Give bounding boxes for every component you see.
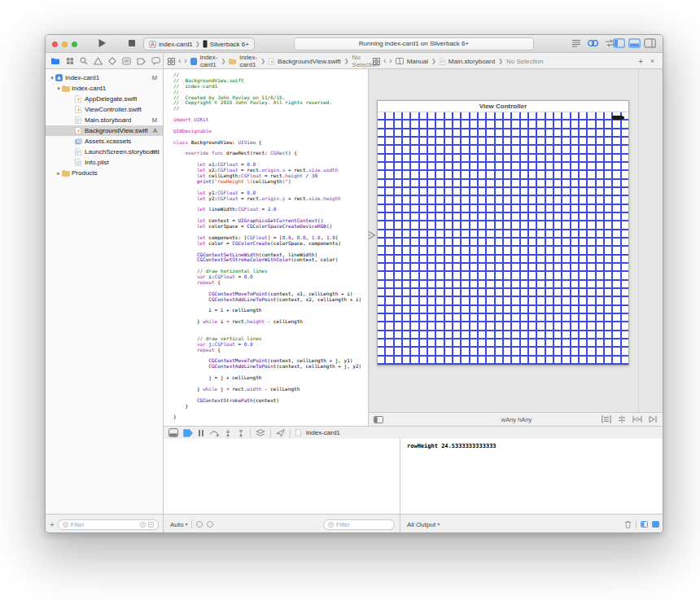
navigator-file-row[interactable]: Assets.xcassets	[46, 136, 163, 147]
file-status-badge: A	[153, 127, 157, 134]
project-navigator-icon[interactable]	[50, 57, 60, 65]
grid-view[interactable]	[378, 112, 628, 365]
jumpbar-item[interactable]: Main.storyboard	[448, 58, 495, 65]
navigator-file-row[interactable]: BackgroundView.swiftA	[46, 125, 163, 136]
disclosure-open-icon[interactable]: ▾	[49, 75, 55, 81]
file-status-badge: M	[152, 74, 157, 81]
resolve-icon[interactable]	[648, 415, 658, 423]
ib-scrollbar[interactable]	[638, 69, 639, 412]
pin-icon[interactable]	[632, 415, 642, 423]
view-controller-title: View Controller	[479, 103, 527, 110]
hide-debug-icon[interactable]	[168, 428, 178, 437]
navigator-file-row[interactable]: LaunchScreen.storyboardM	[46, 147, 163, 157]
add-assistant-button[interactable]: +	[638, 57, 643, 66]
disclosure-open-icon[interactable]: ▾	[55, 85, 62, 92]
file-status-badge: M	[152, 116, 157, 124]
scm-filter-icon[interactable]	[148, 522, 154, 528]
step-into-icon[interactable]	[224, 429, 232, 437]
navigator-file-row[interactable]: Main.storyboardM	[46, 115, 163, 125]
jumpbar-item[interactable]: index-card1	[239, 54, 257, 68]
align-icon[interactable]	[617, 415, 627, 423]
file-label: AppDelegate.swift	[85, 95, 137, 103]
add-file-button[interactable]: +	[50, 520, 55, 529]
jumpbar-item[interactable]: BackgroundView.swift	[278, 58, 341, 65]
run-button[interactable]	[98, 38, 107, 48]
stop-button[interactable]	[128, 38, 136, 48]
show-summaries-icon[interactable]	[196, 521, 203, 528]
location-icon[interactable]	[276, 429, 285, 437]
issue-navigator-icon[interactable]	[94, 57, 103, 65]
test-navigator-icon[interactable]	[108, 57, 116, 65]
report-navigator-icon[interactable]	[151, 57, 160, 65]
assistant-mode-icon	[396, 58, 404, 64]
breakpoint-navigator-icon[interactable]	[137, 58, 146, 65]
step-out-icon[interactable]	[237, 429, 245, 437]
variables-scope-popup[interactable]: Auto ▾	[170, 521, 187, 528]
zoom-icon[interactable]	[72, 42, 77, 47]
code-line: // Copyright © 2015 John Pavley. All rig…	[173, 100, 368, 106]
console-toggle-icon[interactable]	[652, 521, 659, 528]
info-icon[interactable]	[207, 521, 213, 528]
filter-placeholder: Filter	[71, 521, 138, 528]
navigator-file-row[interactable]: ▸Products	[46, 168, 163, 178]
back-button[interactable]: ‹	[178, 57, 181, 65]
navigator-panel-toggle[interactable]	[613, 38, 625, 48]
navigator-file-row[interactable]: AppDelegate.swift	[46, 94, 163, 104]
debug-panel-toggle[interactable]	[628, 38, 641, 48]
forward-button[interactable]: ›	[389, 57, 392, 65]
chevron-right-icon: ❯	[344, 58, 349, 64]
stack-icon[interactable]	[602, 415, 611, 423]
forward-button[interactable]: ›	[184, 57, 186, 65]
back-button[interactable]: ‹	[383, 57, 386, 65]
variables-bottom-bar: Auto ▾ Filter	[164, 514, 400, 533]
utilities-panel-toggle[interactable]	[644, 38, 656, 48]
trash-icon[interactable]	[624, 520, 632, 528]
variables-toggle-icon[interactable]	[641, 521, 648, 528]
variables-view[interactable]	[164, 439, 400, 514]
navigator-file-row[interactable]: Info.plist	[46, 157, 163, 168]
navigator-file-row[interactable]: ▾Index-card1	[46, 83, 163, 94]
minimize-icon[interactable]	[62, 42, 68, 47]
console-scope-popup[interactable]: All Output ▾	[407, 521, 440, 528]
pause-icon[interactable]	[198, 429, 204, 437]
chevron-right-icon: ❯	[431, 58, 436, 64]
assistant-editor-button[interactable]	[587, 38, 599, 48]
view-controller-scene[interactable]: View Controller	[377, 100, 629, 366]
debug-target-label[interactable]: index-card1	[306, 429, 340, 436]
jumpbar-item[interactable]: index-card1	[200, 54, 218, 68]
related-items-icon[interactable]	[168, 58, 175, 65]
console-view[interactable]: rowHeight 24.5333333333333	[400, 439, 663, 514]
source-editor[interactable]: //// BackgroundView.swift// index-card1/…	[164, 69, 369, 426]
code-line: } while i < rect.height - cellLength	[173, 319, 368, 325]
close-assistant-button[interactable]: ×	[650, 57, 654, 65]
chevron-right-icon: ❯	[195, 41, 200, 47]
close-icon[interactable]	[52, 42, 58, 47]
jumpbar-item[interactable]: Manual	[407, 58, 428, 65]
navigator-file-row[interactable]: ViewController.swift	[46, 104, 163, 115]
related-items-icon[interactable]	[373, 58, 380, 65]
device-name: Silverback 6+	[210, 41, 249, 48]
standard-editor-button[interactable]	[571, 38, 582, 48]
jumpbar-item[interactable]: No Selection	[506, 58, 543, 65]
filter-icon	[63, 522, 68, 528]
code-line: let colorSpace = CGColorSpaceCreateDevic…	[173, 224, 368, 230]
navigator-file-row[interactable]: ▾Index-card1M	[46, 72, 163, 83]
clock-icon[interactable]	[140, 522, 146, 528]
search-navigator-icon[interactable]	[80, 57, 88, 65]
initial-vc-arrow-icon[interactable]	[369, 229, 378, 242]
debug-navigator-icon[interactable]	[122, 57, 131, 65]
variables-filter-field[interactable]: Filter	[323, 519, 395, 530]
scheme-name: index-card1	[159, 41, 193, 48]
chevron-down-icon: ▾	[437, 523, 440, 527]
view-hierarchy-icon[interactable]	[256, 429, 265, 437]
file-label: Products	[72, 169, 98, 177]
scheme-selector[interactable]: index-card1 ❯ Silverback 6+	[143, 37, 255, 50]
breakpoints-toggle-icon[interactable]	[183, 429, 193, 437]
view-controller-titlebar[interactable]: View Controller	[378, 101, 628, 112]
storyboard-canvas[interactable]: View Controller	[369, 69, 663, 412]
file-label: Assets.xcassets	[85, 138, 131, 145]
navigator-filter-field[interactable]: Filter	[58, 519, 159, 530]
symbol-navigator-icon[interactable]	[66, 57, 74, 65]
disclosure-closed-icon[interactable]: ▸	[55, 170, 62, 177]
step-over-icon[interactable]	[209, 429, 219, 437]
